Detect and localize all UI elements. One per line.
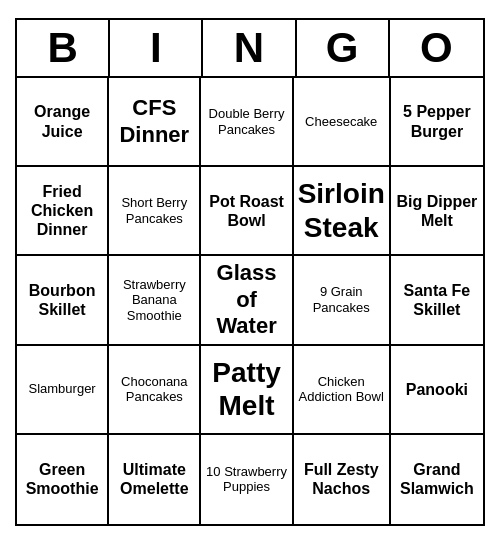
- cell-text-8: Sirloin Steak: [298, 177, 385, 244]
- bingo-cell-21: Ultimate Omelette: [109, 435, 201, 524]
- cell-text-1: CFS Dinner: [113, 95, 195, 148]
- bingo-cell-23: Full Zesty Nachos: [294, 435, 391, 524]
- bingo-cell-18: Chicken Addiction Bowl: [294, 346, 391, 435]
- bingo-cell-20: Green Smoothie: [17, 435, 109, 524]
- cell-text-21: Ultimate Omelette: [113, 460, 195, 498]
- cell-text-17: Patty Melt: [205, 356, 287, 423]
- bingo-cell-13: 9 Grain Pancakes: [294, 256, 391, 345]
- bingo-letter-n: N: [203, 20, 296, 76]
- cell-text-19: Panooki: [406, 380, 468, 399]
- bingo-cell-19: Panooki: [391, 346, 483, 435]
- cell-text-2: Double Berry Pancakes: [205, 106, 287, 137]
- cell-text-20: Green Smoothie: [21, 460, 103, 498]
- cell-text-10: Bourbon Skillet: [21, 281, 103, 319]
- cell-text-12: Glass of Water: [205, 260, 287, 339]
- bingo-cell-0: Orange Juice: [17, 78, 109, 167]
- bingo-cell-10: Bourbon Skillet: [17, 256, 109, 345]
- cell-text-24: Grand Slamwich: [395, 460, 479, 498]
- bingo-cell-1: CFS Dinner: [109, 78, 201, 167]
- cell-text-13: 9 Grain Pancakes: [298, 284, 385, 315]
- bingo-letter-b: B: [17, 20, 110, 76]
- bingo-letter-i: I: [110, 20, 203, 76]
- bingo-cell-15: Slamburger: [17, 346, 109, 435]
- bingo-cell-16: Choconana Pancakes: [109, 346, 201, 435]
- bingo-cell-9: Big Dipper Melt: [391, 167, 483, 256]
- cell-text-0: Orange Juice: [21, 102, 103, 140]
- cell-text-11: Strawberry Banana Smoothie: [113, 277, 195, 324]
- bingo-header: BINGO: [17, 20, 483, 78]
- bingo-cell-4: 5 Pepper Burger: [391, 78, 483, 167]
- bingo-cell-5: Fried Chicken Dinner: [17, 167, 109, 256]
- bingo-letter-o: O: [390, 20, 483, 76]
- cell-text-4: 5 Pepper Burger: [395, 102, 479, 140]
- cell-text-18: Chicken Addiction Bowl: [298, 374, 385, 405]
- cell-text-3: Cheesecake: [305, 114, 377, 130]
- bingo-cell-6: Short Berry Pancakes: [109, 167, 201, 256]
- bingo-cell-11: Strawberry Banana Smoothie: [109, 256, 201, 345]
- bingo-grid: Orange JuiceCFS DinnerDouble Berry Panca…: [17, 78, 483, 524]
- cell-text-23: Full Zesty Nachos: [298, 460, 385, 498]
- bingo-cell-22: 10 Strawberry Puppies: [201, 435, 293, 524]
- cell-text-6: Short Berry Pancakes: [113, 195, 195, 226]
- bingo-cell-24: Grand Slamwich: [391, 435, 483, 524]
- cell-text-16: Choconana Pancakes: [113, 374, 195, 405]
- cell-text-22: 10 Strawberry Puppies: [205, 464, 287, 495]
- bingo-cell-7: Pot Roast Bowl: [201, 167, 293, 256]
- cell-text-9: Big Dipper Melt: [395, 192, 479, 230]
- bingo-cell-2: Double Berry Pancakes: [201, 78, 293, 167]
- bingo-cell-8: Sirloin Steak: [294, 167, 391, 256]
- bingo-letter-g: G: [297, 20, 390, 76]
- cell-text-14: Santa Fe Skillet: [395, 281, 479, 319]
- bingo-cell-17: Patty Melt: [201, 346, 293, 435]
- cell-text-15: Slamburger: [29, 381, 96, 397]
- cell-text-7: Pot Roast Bowl: [205, 192, 287, 230]
- bingo-cell-3: Cheesecake: [294, 78, 391, 167]
- bingo-card: BINGO Orange JuiceCFS DinnerDouble Berry…: [15, 18, 485, 526]
- cell-text-5: Fried Chicken Dinner: [21, 182, 103, 240]
- bingo-cell-12: Glass of Water: [201, 256, 293, 345]
- bingo-cell-14: Santa Fe Skillet: [391, 256, 483, 345]
